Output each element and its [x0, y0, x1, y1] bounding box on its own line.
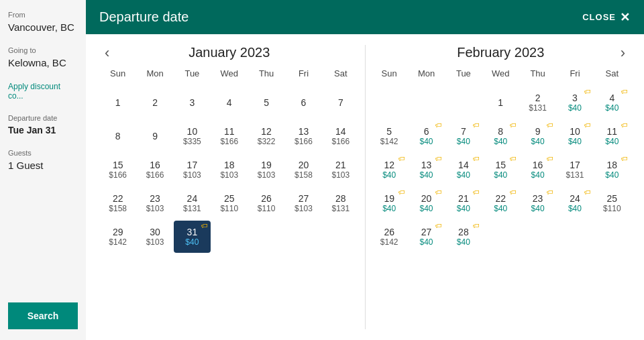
calendar-cell[interactable]: 13$166	[285, 120, 322, 152]
calendar-cell[interactable]: 27$103	[285, 187, 322, 219]
calendar-price: $40	[605, 170, 619, 180]
calendar-day-number: 30	[150, 227, 160, 237]
calendar-cell[interactable]: 🏷28$40	[445, 221, 482, 253]
calendar-cell[interactable]: 🏷19$40	[371, 187, 408, 219]
calendar-price: $40	[605, 137, 619, 146]
calendar-cell[interactable]: 5	[248, 87, 284, 119]
calendar-cell[interactable]: 🏷20$40	[408, 187, 445, 219]
calendar-cell[interactable]: 18$103	[211, 154, 248, 186]
calendar-price: $142	[380, 137, 398, 146]
calendar-cell[interactable]: 🏷23$40	[519, 187, 556, 219]
calendar-cell[interactable]: 28$131	[322, 187, 359, 219]
calendar-cell[interactable]: 🏷31$40	[174, 221, 211, 253]
calendar-price: $131	[566, 170, 584, 180]
next-month-button[interactable]: ›	[615, 44, 631, 62]
tag-icon: 🏷	[547, 121, 553, 129]
calendar-cell[interactable]: 30$103	[136, 221, 173, 253]
calendar-cell[interactable]: 16$166	[136, 154, 173, 186]
calendar-cell[interactable]: 🏷27$40	[408, 221, 445, 253]
calendar-cell[interactable]: 🏷14$40	[445, 154, 482, 186]
discount-link[interactable]: Apply discount co...	[8, 82, 78, 101]
calendar-cell[interactable]: 🏷10$40	[556, 120, 593, 152]
calendar-cell[interactable]: 7	[322, 87, 359, 119]
from-section: From Vancouver, BC	[8, 11, 78, 33]
calendar-cell[interactable]: 1	[482, 87, 519, 119]
calendar-cell[interactable]: 🏷8$40	[482, 120, 519, 152]
departure-value: Tue Jan 31	[8, 125, 78, 135]
calendar-cell[interactable]: 🏷16$40	[519, 154, 556, 186]
calendar-cell[interactable]: 2$131	[519, 87, 556, 119]
calendar-price: $110	[220, 204, 238, 213]
calendar-price: $40	[420, 204, 433, 213]
jan-sun-header: Sun	[99, 66, 136, 81]
calendar-cell[interactable]: 26$110	[248, 187, 284, 219]
search-button[interactable]: Search	[8, 302, 78, 329]
calendar-day-number: 23	[533, 193, 543, 204]
calendar-cell[interactable]: 🏷18$40	[594, 154, 631, 186]
january-day-headers: Sun Mon Tue Wed Thu Fri Sat	[99, 66, 360, 81]
calendar-cell[interactable]: 🏷15$40	[482, 154, 519, 186]
calendar-cell[interactable]: 5$142	[371, 120, 408, 152]
calendar-cell[interactable]: 🏷12$40	[371, 154, 408, 186]
calendar-cell[interactable]: 11$166	[211, 120, 248, 152]
calendar-cell[interactable]: 8	[99, 120, 136, 152]
calendar-cell[interactable]: 1	[99, 87, 136, 119]
calendar-cell[interactable]: 6	[285, 87, 322, 119]
calendar-cell[interactable]: 22$158	[99, 187, 136, 219]
calendar-day-number: 29	[113, 227, 123, 237]
calendar-cell[interactable]: 🏷4$40	[594, 87, 631, 119]
calendar-cell[interactable]: 🏷11$40	[594, 120, 631, 152]
calendar-cell[interactable]: 23$103	[136, 187, 173, 219]
calendar-cell[interactable]: 🏷6$40	[408, 120, 445, 152]
calendar-cell	[211, 221, 248, 253]
calendar-cell[interactable]: 🏷3$40	[556, 87, 593, 119]
calendar-cell[interactable]: 24$131	[174, 187, 211, 219]
calendar-price: $40	[185, 237, 199, 247]
close-button[interactable]: CLOSE ✕	[582, 10, 631, 25]
calendar-day-number: 6	[301, 97, 307, 108]
calendar-day-number: 4	[227, 97, 232, 108]
calendar-cell[interactable]: 19$103	[248, 154, 284, 186]
calendar-price: $166	[294, 137, 313, 146]
calendar-day-number: 5	[386, 126, 392, 137]
calendar-cell[interactable]: 17$103	[174, 154, 211, 186]
calendar-day-number: 25	[607, 193, 618, 204]
calendar-cell[interactable]: 4	[211, 87, 248, 119]
calendar-cell[interactable]: 12$322	[248, 120, 284, 152]
jan-wed-header: Wed	[211, 66, 248, 81]
calendar-cell[interactable]: 25$110	[594, 187, 631, 219]
calendar-day-number: 2	[152, 97, 158, 108]
calendar-cell[interactable]: 🏷22$40	[482, 187, 519, 219]
calendar-cell[interactable]: 🏷24$40	[556, 187, 593, 219]
calendar-price: $131	[529, 103, 547, 113]
calendar-price: $40	[457, 237, 470, 247]
calendar-day-number: 2	[535, 93, 541, 103]
calendar-cell[interactable]: 25$110	[211, 187, 248, 219]
calendar-cell[interactable]: 15$166	[99, 154, 136, 186]
calendar-cell[interactable]: 10$335	[174, 120, 211, 152]
calendar-cell[interactable]: 21$103	[322, 154, 359, 186]
feb-mon-header: Mon	[408, 66, 445, 81]
calendar-cell[interactable]: 2	[136, 87, 173, 119]
calendar-cell[interactable]: 9	[136, 120, 173, 152]
calendar-day-number: 19	[261, 160, 272, 170]
prev-month-button[interactable]: ‹	[99, 44, 115, 62]
calendar-cell[interactable]: 29$142	[99, 221, 136, 253]
calendar-cell[interactable]: 14$166	[322, 120, 359, 152]
calendar-cell[interactable]: 🏷7$40	[445, 120, 482, 152]
calendar-cell[interactable]: 🏷9$40	[519, 120, 556, 152]
feb-fri-header: Fri	[556, 66, 593, 81]
calendar-day-number: 22	[495, 193, 506, 204]
calendar-cell[interactable]: 17$131	[556, 154, 593, 186]
calendar-cell[interactable]: 🏷13$40	[408, 154, 445, 186]
calendar-cell[interactable]: 🏷21$40	[445, 187, 482, 219]
calendar-cell[interactable]: 3	[174, 87, 211, 119]
calendar-price: $103	[183, 170, 201, 180]
calendar-day-number: 10	[570, 126, 580, 137]
calendar-cell[interactable]: 20$158	[285, 154, 322, 186]
calendar-cell[interactable]: 26$142	[371, 221, 408, 253]
feb-thu-header: Thu	[519, 66, 556, 81]
calendar-day-number: 22	[113, 193, 123, 204]
calendar-day-number: 12	[384, 160, 394, 170]
calendar-cell	[519, 221, 556, 253]
